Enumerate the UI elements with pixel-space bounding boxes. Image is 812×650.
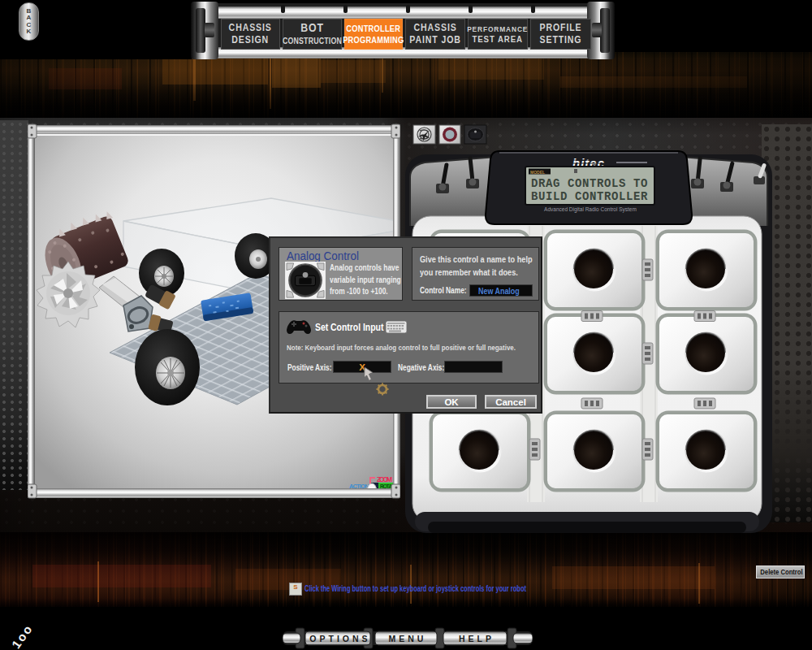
svg-text:MODEL: MODEL (530, 170, 545, 175)
svg-text:OPTIONS: OPTIONS (309, 634, 370, 644)
svg-text:Advanced Digital Radio Control: Advanced Digital Radio Control System (544, 206, 637, 213)
svg-text:ZOOM: ZOOM (377, 475, 392, 483)
svg-text:BUILD CONTROLLER: BUILD CONTROLLER (531, 190, 648, 203)
svg-text:HELP: HELP (459, 634, 495, 644)
svg-text:DRAG CONTROLS TO: DRAG CONTROLS TO (531, 177, 648, 190)
svg-text:MENU: MENU (389, 634, 427, 644)
